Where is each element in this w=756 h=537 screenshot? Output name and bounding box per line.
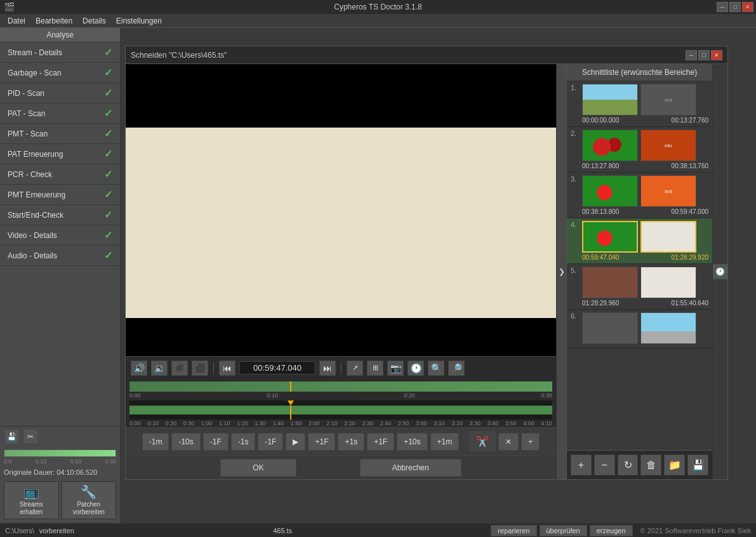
dialog-maximize-button[interactable]: □	[698, 50, 710, 60]
list-item[interactable]: 1. text 00:00:00.000	[567, 81, 712, 127]
action-buttons: 📺 Streamserhalten 🔧 Patchenvorbereiten	[0, 477, 120, 523]
minus1f-button[interactable]: -1F	[258, 433, 283, 451]
sidebar-item-garbage-scan[interactable]: Garbage - Scan ✓	[0, 63, 120, 83]
mark-cut-button[interactable]: ✂️	[469, 431, 496, 452]
menu-bar: Datei Bearbeiten Details Einstellungen	[0, 14, 756, 28]
cancel-button[interactable]: Abbrechen	[360, 459, 461, 477]
plus1f-button[interactable]: +1F	[308, 433, 335, 451]
list-item[interactable]: 5. 01:28:29.960	[567, 264, 712, 310]
list-item[interactable]: 2. info 00:13:27.800	[567, 127, 712, 173]
sct-folder-button[interactable]: 📁	[664, 454, 685, 475]
sct-add-button[interactable]: +	[571, 454, 592, 475]
timeline-main[interactable]	[129, 401, 552, 420]
sidebar-item-startend-check[interactable]: Start/End-Check ✓	[0, 205, 120, 225]
close-button[interactable]: ✕	[742, 2, 753, 12]
check-pat-scan: ✓	[104, 107, 112, 119]
export-button[interactable]: ↗	[347, 361, 363, 376]
bottom-status-bar: C:\Users\ vorbereiten 465.ts reparieren …	[0, 523, 756, 537]
clock-button[interactable]: 🕐	[408, 361, 424, 376]
menu-einstellungen[interactable]: Einstellungen	[111, 15, 167, 27]
sidebar-item-pat-erneuerung[interactable]: PAT Erneuerung ✓	[0, 144, 120, 164]
ok-button[interactable]: OK	[220, 459, 296, 477]
tool-save[interactable]: 💾	[4, 429, 19, 444]
sidebar-item-pid-scan[interactable]: PID - Scan ✓	[0, 83, 120, 103]
dialog-close-button[interactable]: ✕	[711, 50, 722, 60]
menu-details[interactable]: Details	[77, 15, 111, 27]
window-controls: ─ □ ✕	[717, 2, 753, 12]
erzeugen-button[interactable]: erzeugen	[590, 525, 633, 536]
delete-cut-button[interactable]: ✕	[498, 433, 519, 451]
maximize-button[interactable]: □	[729, 2, 741, 12]
thumb-right: text	[640, 84, 696, 116]
tool-cut[interactable]: ✂	[23, 429, 38, 444]
sidebar-item-pmt-scan[interactable]: PMT - Scan ✓	[0, 124, 120, 144]
subtitle-button[interactable]: ⬛	[171, 361, 188, 376]
thumb-left-active	[582, 221, 638, 253]
sidebar-item-audio-details[interactable]: Audio - Details ✓	[0, 246, 120, 266]
reparieren-button[interactable]: reparieren	[491, 525, 536, 536]
plus1s-button[interactable]: +1s	[338, 433, 364, 451]
plus10s-button[interactable]: +10s	[397, 433, 427, 451]
time-30: 0:30	[105, 458, 116, 465]
sidebar-item-pmt-erneuerung[interactable]: PMT Erneuerung ✓	[0, 185, 120, 205]
sidebar-item-pat-scan[interactable]: PAT - Scan ✓	[0, 103, 120, 124]
plus1F-button[interactable]: +1F	[367, 433, 394, 451]
dialog-title: Schneiden "C:\Users\465.ts"	[131, 51, 227, 60]
minus1m-button[interactable]: -1m	[142, 433, 169, 451]
sct-minus-button[interactable]: −	[594, 454, 615, 475]
sidebar-item-pcr-check[interactable]: PCR - Check ✓	[0, 164, 120, 185]
uberprufen-button[interactable]: überprüfen	[540, 525, 587, 536]
prev-frame-button[interactable]: ⏮	[219, 361, 235, 376]
record-button[interactable]: ⬛	[192, 361, 208, 376]
menu-datei[interactable]: Datei	[3, 15, 30, 27]
sct-delete-button[interactable]: 🗑	[640, 454, 661, 475]
progress-bar	[4, 449, 116, 457]
volume-down-button[interactable]: 🔉	[151, 361, 168, 376]
sidebar-item-video-details[interactable]: Video - Details ✓	[0, 225, 120, 246]
sct-save-button[interactable]: 💾	[687, 454, 708, 475]
sct-refresh-button[interactable]: ↻	[618, 454, 639, 475]
camera-button[interactable]: 📷	[387, 361, 404, 376]
status-filename: 465.ts	[273, 527, 292, 534]
video-display[interactable]	[126, 128, 556, 318]
copyright: © 2021 Softwarevertrieb Frank Siek	[640, 527, 751, 534]
patchen-vorbereiten-button[interactable]: 🔧 Patchenvorbereiten	[62, 481, 117, 519]
thumb-left	[582, 129, 638, 161]
plus1m-button[interactable]: +1m	[430, 433, 460, 451]
add-cut-button[interactable]: +	[521, 433, 540, 451]
play-button[interactable]: ▶	[286, 433, 305, 451]
check-pmt-erneuerung: ✓	[104, 189, 112, 201]
minimize-button[interactable]: ─	[717, 2, 728, 12]
zoom-in-button[interactable]: 🔎	[448, 361, 465, 376]
list-item[interactable]: 6.	[567, 310, 712, 348]
check-pid-scan: ✓	[104, 87, 112, 99]
streams-erhalten-button[interactable]: 📺 Streamserhalten	[4, 481, 59, 519]
list-item[interactable]: 3. text 00:38:13.800	[567, 173, 712, 218]
status-prepare: vorbereiten	[39, 527, 74, 534]
thumb-left	[582, 267, 638, 298]
original-duration: Originale Dauer: 04:10:06.520	[0, 467, 120, 477]
schnittliste-panel: Schnittliste (erwünschte Bereiche) 1. t	[566, 64, 712, 479]
grid-button[interactable]: ⊞	[367, 361, 383, 376]
timeline-minimap[interactable]	[129, 381, 552, 392]
menu-bearbeiten[interactable]: Bearbeiten	[30, 15, 77, 27]
volume-button[interactable]: 🔊	[131, 361, 147, 376]
minus1F-button[interactable]: -1F	[203, 433, 229, 451]
minus1s-button[interactable]: -1s	[231, 433, 256, 451]
sidebar-header: Analyse	[0, 28, 120, 43]
next-frame-button[interactable]: ⏭	[319, 361, 336, 376]
right-side-panel: 🕐	[712, 64, 727, 479]
schnittliste-list[interactable]: 1. text 00:00:00.000	[567, 81, 712, 450]
collapse-left-button[interactable]: ❯	[556, 64, 566, 479]
video-top-bar	[126, 64, 556, 128]
sidebar-item-stream-details[interactable]: Stream - Details ✓	[0, 43, 120, 63]
dialog-minimize-button[interactable]: ─	[686, 50, 697, 60]
schnittliste-header: Schnittliste (erwünschte Bereiche)	[567, 64, 712, 81]
minus10s-button[interactable]: -10s	[171, 433, 200, 451]
schneiden-dialog: Schneiden "C:\Users\465.ts" ─ □ ✕ 🔊	[125, 46, 728, 480]
thumb-left	[582, 175, 638, 207]
zoom-out-button[interactable]: 🔍	[428, 361, 444, 376]
check-pmt-scan: ✓	[104, 128, 112, 140]
list-item[interactable]: 4. 00:59:47.040	[567, 218, 712, 264]
clock-side-button[interactable]: 🕐	[713, 264, 727, 279]
